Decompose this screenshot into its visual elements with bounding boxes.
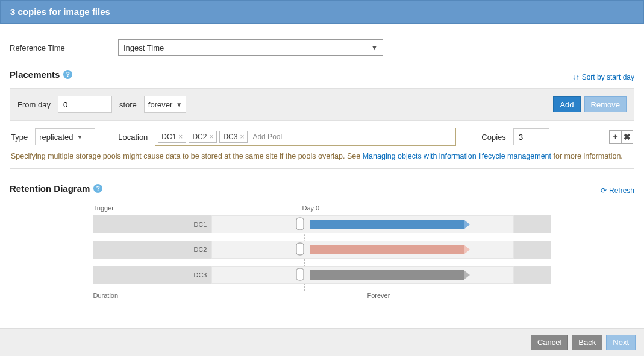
from-day-label: From day (17, 100, 51, 109)
copies-input[interactable] (513, 128, 549, 145)
retention-title: Retention Diagram ? (10, 183, 102, 194)
retention-bar: DC2 (93, 241, 551, 259)
copies-label: Copies (481, 133, 505, 142)
remove-tag-icon[interactable]: × (178, 133, 183, 141)
add-pool-placeholder: Add Pool (250, 133, 282, 141)
next-button[interactable]: Next (606, 335, 636, 350)
placement-note: Specifying multiple storage pools might … (10, 151, 634, 169)
reference-time-row: Reference Time Ingest Time ▼ (10, 39, 634, 56)
storage-icon (296, 242, 304, 256)
remove-placement-icon[interactable]: ✖ (621, 130, 633, 144)
location-input[interactable]: DC1× DC2× DC3× Add Pool (155, 128, 456, 146)
remove-tag-icon[interactable]: × (209, 133, 213, 141)
trigger-label: Trigger (93, 204, 114, 212)
type-select[interactable]: replicated ▼ (35, 128, 95, 145)
chevron-down-icon: ▼ (176, 101, 182, 108)
page-header: 3 copies for image files (0, 0, 644, 24)
chevron-down-icon: ▼ (371, 44, 378, 51)
footer: Cancel Back Next (0, 328, 644, 356)
storage-icon (296, 268, 304, 281)
placements-title: Placements ? (10, 69, 72, 80)
duration-label: Duration (93, 292, 119, 299)
page-title: 3 copies for image files (10, 7, 110, 17)
reference-time-select[interactable]: Ingest Time ▼ (118, 39, 383, 56)
retention-bar: DC3 (93, 266, 551, 284)
cancel-button[interactable]: Cancel (531, 335, 568, 350)
placement-detail-row: Type replicated ▼ Location DC1× DC2× DC3… (10, 128, 634, 146)
sort-icon: ↓↑ (572, 73, 580, 81)
from-day-input[interactable] (58, 96, 112, 113)
reference-time-value: Ingest Time (123, 43, 164, 52)
refresh-icon: ⟳ (601, 186, 607, 195)
retention-bar: DC1 (93, 215, 551, 233)
location-tag: DC3× (219, 131, 248, 143)
sort-by-start-day-link[interactable]: ↓↑ Sort by start day (572, 73, 634, 81)
remove-button[interactable]: Remove (584, 96, 627, 112)
store-select[interactable]: forever ▼ (144, 96, 186, 113)
day0-label: Day 0 (302, 204, 320, 212)
store-label: store (119, 100, 137, 109)
help-icon[interactable]: ? (93, 184, 102, 193)
back-button[interactable]: Back (572, 335, 602, 350)
placement-actions: + ✖ (609, 130, 633, 144)
help-icon[interactable]: ? (63, 70, 72, 79)
remove-tag-icon[interactable]: × (240, 133, 244, 141)
retention-diagram: Trigger Day 0 DC1 DC2 DC3 (93, 204, 551, 300)
chevron-down-icon: ▼ (77, 134, 83, 141)
placement-rule-panel: From day store forever ▼ Add Remove (10, 88, 634, 121)
storage-icon (296, 217, 304, 230)
note-link[interactable]: Managing objects with information lifecy… (363, 152, 551, 160)
add-placement-icon[interactable]: + (609, 130, 621, 144)
location-label: Location (118, 133, 148, 142)
location-tag: DC1× (158, 131, 186, 143)
add-button[interactable]: Add (553, 96, 580, 112)
reference-time-label: Reference Time (10, 43, 118, 52)
type-label: Type (11, 133, 28, 142)
refresh-link[interactable]: ⟳ Refresh (601, 186, 634, 195)
forever-label: Forever (367, 292, 390, 299)
location-tag: DC2× (189, 131, 217, 143)
